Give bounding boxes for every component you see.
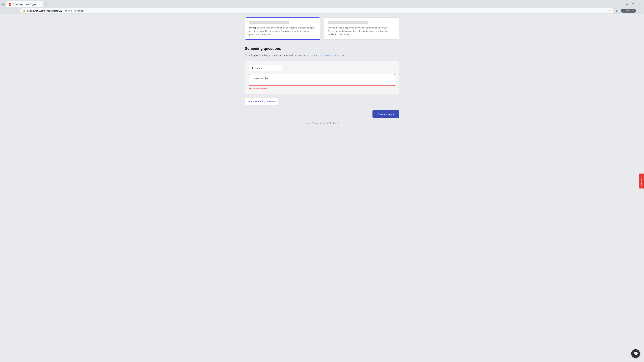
minimize-button[interactable]: — [625, 3, 628, 6]
description-suffix: to consider. [333, 54, 346, 56]
incognito-badge: 👤 Incognito [621, 9, 636, 12]
page-footer: Hotjar Engage (formerly PingPong) [0, 118, 644, 128]
tab-label: Screening - Hotjar Engage [13, 3, 36, 5]
forward-button[interactable]: → [8, 8, 13, 13]
screening-questions-section: Screening questions Need help with setti… [245, 46, 399, 118]
feedback-tab[interactable]: Feedback [639, 173, 644, 188]
question-card: Text input Multiple choice Single choice… [245, 61, 399, 94]
question-type-row: Text input Multiple choice Single choice… [249, 65, 395, 71]
question-type-select[interactable]: Text input Multiple choice Single choice… [249, 65, 282, 71]
page-content: Participants who match your criteria can… [0, 14, 644, 362]
content-wrapper: Participants who match your criteria can… [242, 17, 402, 118]
field-error-message: This field is required. [249, 87, 395, 90]
automatic-scheduling-description: Participants who match your criteria can… [249, 26, 316, 36]
footer-text: Hotjar Engage (formerly PingPong) [305, 122, 339, 124]
question-textarea-wrapper: sample question ⤡ [249, 74, 395, 86]
address-icons: ☆ [608, 9, 611, 12]
tab-bar: ▾ H Screening - Hotjar Engage × + — ❐ ✕ [0, 1, 644, 7]
maximize-button[interactable]: ❐ [631, 3, 634, 6]
save-button-row: Save changes [245, 110, 399, 118]
card-title-placeholder-2 [328, 21, 368, 24]
extensions-button[interactable]: ⊞ [615, 8, 620, 13]
favicon: H [9, 3, 12, 6]
back-button[interactable]: ← [2, 8, 7, 13]
bookmark-icon[interactable]: ☆ [608, 9, 611, 12]
question-type-select-wrapper[interactable]: Text input Multiple choice Single choice… [249, 65, 282, 71]
add-screening-question-button[interactable]: + Add screening question [245, 98, 278, 105]
window-controls: — ❐ ✕ [625, 3, 643, 6]
close-button[interactable]: ✕ [637, 3, 641, 6]
tips-link[interactable]: tips and best practices [310, 54, 333, 56]
approve-participants-card[interactable]: Only participants approved by you can sc… [324, 17, 399, 40]
card-title-placeholder [249, 21, 289, 24]
screening-title: Screening questions [245, 46, 399, 51]
new-tab-button[interactable]: + [44, 2, 48, 7]
tab-switcher[interactable]: ▾ [1, 3, 5, 6]
approve-participants-description: Only participants approved by you can sc… [328, 26, 395, 36]
scheduling-cards-row: Participants who match your criteria can… [245, 17, 399, 40]
address-input[interactable]: 🔒 insights.hotjar.com/engage/tests/16177… [20, 8, 614, 13]
toolbar-right: ⊞ 👤 Incognito ⋮ [615, 8, 642, 13]
url-text: insights.hotjar.com/engage/tests/16177/c… [27, 9, 607, 12]
refresh-button[interactable]: ↻ [14, 8, 19, 13]
description-text: Need help with setting up screener quest… [245, 54, 310, 56]
chat-widget-button[interactable]: 💬 [631, 349, 640, 358]
screening-description: Need help with setting up screener quest… [245, 53, 399, 57]
save-changes-button[interactable]: Save changes [372, 110, 399, 118]
resize-handle: ⤡ [393, 83, 394, 86]
browser-chrome: ▾ H Screening - Hotjar Engage × + — ❐ ✕ … [0, 0, 644, 14]
question-textarea[interactable]: sample question [249, 74, 395, 86]
menu-button[interactable]: ⋮ [637, 8, 642, 13]
tab-close-button[interactable]: × [38, 3, 40, 6]
automatic-scheduling-card[interactable]: Participants who match your criteria can… [245, 17, 320, 40]
active-tab[interactable]: H Screening - Hotjar Engage × [6, 1, 43, 7]
address-bar: ← → ↻ 🔒 insights.hotjar.com/engage/tests… [0, 7, 644, 14]
incognito-label: Incognito [626, 9, 634, 12]
